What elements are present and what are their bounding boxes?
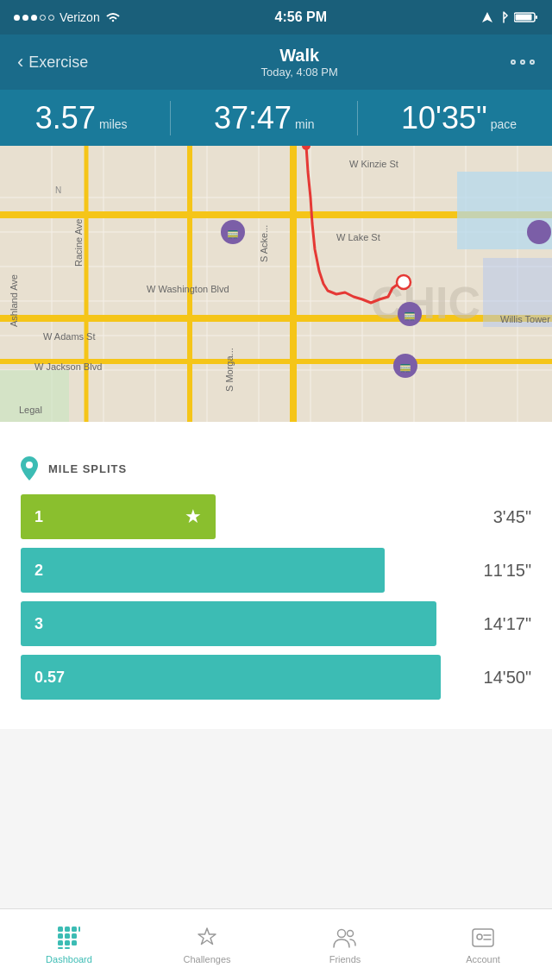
back-label: Exercise xyxy=(28,53,88,72)
svg-text:W Washington Blvd: W Washington Blvd xyxy=(147,284,229,294)
tab-dashboard[interactable]: Dashboard xyxy=(0,925,138,964)
distance-unit: miles xyxy=(99,117,128,131)
dashboard-icon xyxy=(56,925,82,951)
split-bar-4: 0.57 xyxy=(21,655,441,700)
section-header: MILE SPLITS xyxy=(21,439,531,494)
section-title: MILE SPLITS xyxy=(48,462,127,475)
signal-strength xyxy=(14,15,54,21)
map-svg: CHIC W Kinzie St W Lake St W Washington … xyxy=(0,146,552,422)
svg-rect-54 xyxy=(65,927,70,932)
splits-container: 1 ★ 3'45" 2 11'15" 3 14'17" xyxy=(21,494,531,729)
svg-point-66 xyxy=(348,931,354,937)
svg-rect-57 xyxy=(58,933,63,939)
svg-text:Willis Tower: Willis Tower xyxy=(500,314,550,324)
content-area: MILE SPLITS 1 ★ 3'45" 2 11'15" xyxy=(0,422,552,729)
svg-text:S Acke...: S Acke... xyxy=(259,225,269,262)
split-time-4: 14'50" xyxy=(454,668,531,688)
tab-friends-label: Friends xyxy=(329,954,361,964)
map-view[interactable]: CHIC W Kinzie St W Lake St W Washington … xyxy=(0,146,552,422)
svg-point-68 xyxy=(477,934,482,939)
split-label-4: 0.57 xyxy=(34,669,65,687)
svg-rect-60 xyxy=(58,940,63,945)
status-bar: Verizon 4:56 PM xyxy=(0,0,552,35)
more-button[interactable] xyxy=(511,60,535,65)
svg-text:W Jackson Blvd: W Jackson Blvd xyxy=(34,361,102,372)
svg-point-52 xyxy=(26,462,33,468)
split-row-3: 3 14'17" xyxy=(21,601,531,646)
signal-dot-5 xyxy=(48,15,54,21)
svg-marker-0 xyxy=(482,12,492,22)
svg-rect-61 xyxy=(65,940,70,945)
svg-rect-55 xyxy=(72,927,77,932)
signal-dot-3 xyxy=(31,15,37,21)
pin-icon xyxy=(21,456,38,481)
svg-text:Racine Ave: Racine Ave xyxy=(73,219,84,267)
tab-dashboard-label: Dashboard xyxy=(46,954,92,964)
status-time: 4:56 PM xyxy=(275,9,327,25)
challenges-icon xyxy=(194,925,220,951)
back-chevron-icon: ‹ xyxy=(17,51,23,73)
status-right xyxy=(481,10,538,24)
svg-rect-2 xyxy=(536,16,537,19)
svg-text:🚃: 🚃 xyxy=(227,227,239,239)
signal-dot-4 xyxy=(40,15,46,21)
location-icon xyxy=(481,11,493,23)
battery-icon xyxy=(514,11,538,23)
svg-rect-64 xyxy=(65,947,70,949)
stats-bar: 3.57 miles 37:47 min 10'35" pace xyxy=(0,90,552,146)
nav-subtitle: Today, 4:08 PM xyxy=(260,66,337,79)
duration-value: 37:47 xyxy=(214,103,292,134)
svg-rect-59 xyxy=(72,933,77,939)
tab-account[interactable]: Account xyxy=(414,925,552,964)
split-bar-2: 2 xyxy=(21,548,385,593)
distance-value: 3.57 xyxy=(35,103,96,134)
stat-divider-2 xyxy=(357,101,358,135)
stat-pace: 10'35" pace xyxy=(401,103,517,134)
tab-bar: Dashboard Challenges Friends Account xyxy=(0,908,552,980)
svg-rect-53 xyxy=(58,927,63,932)
svg-rect-62 xyxy=(72,940,77,945)
svg-rect-56 xyxy=(78,927,80,932)
stat-distance: 3.57 miles xyxy=(35,103,128,134)
tab-friends[interactable]: Friends xyxy=(276,925,414,964)
svg-point-49 xyxy=(527,220,551,244)
svg-point-65 xyxy=(338,930,346,938)
split-bar-1: 1 ★ xyxy=(21,494,216,539)
svg-text:🚃: 🚃 xyxy=(404,309,416,321)
split-bar-wrapper-1: 1 ★ xyxy=(21,494,454,539)
more-dot-2 xyxy=(520,60,525,65)
status-left: Verizon xyxy=(14,10,121,24)
duration-unit: min xyxy=(295,117,315,131)
split-row-2: 2 11'15" xyxy=(21,548,531,593)
split-row-4: 0.57 14'50" xyxy=(21,655,531,700)
pace-unit: pace xyxy=(491,117,517,131)
nav-center: Walk Today, 4:08 PM xyxy=(260,46,337,79)
split-label-1: 1 xyxy=(34,508,43,526)
wifi-icon xyxy=(105,11,121,23)
svg-point-50 xyxy=(397,275,411,289)
svg-text:W Adams St: W Adams St xyxy=(43,331,96,342)
svg-text:W Kinzie St: W Kinzie St xyxy=(349,159,398,169)
svg-rect-63 xyxy=(58,947,63,949)
split-label-2: 2 xyxy=(34,562,43,580)
back-button[interactable]: ‹ Exercise xyxy=(17,51,88,73)
star-icon-1: ★ xyxy=(185,506,202,528)
split-bar-wrapper-4: 0.57 xyxy=(21,655,454,700)
split-label-3: 3 xyxy=(34,615,43,633)
split-time-3: 14'17" xyxy=(454,614,531,634)
signal-dot-2 xyxy=(22,15,28,21)
account-icon xyxy=(470,925,496,951)
tab-challenges-label: Challenges xyxy=(183,954,230,964)
nav-title: Walk xyxy=(260,46,337,66)
friends-icon xyxy=(332,925,358,951)
svg-text:W Lake St: W Lake St xyxy=(336,232,380,242)
svg-rect-3 xyxy=(515,15,531,21)
carrier-label: Verizon xyxy=(60,10,100,24)
svg-text:N: N xyxy=(55,185,61,195)
svg-text:Ashland Ave: Ashland Ave xyxy=(9,274,19,327)
svg-text:S Morga...: S Morga... xyxy=(224,348,235,392)
tab-challenges[interactable]: Challenges xyxy=(138,925,276,964)
split-row-1: 1 ★ 3'45" xyxy=(21,494,531,539)
split-bar-wrapper-2: 2 xyxy=(21,548,454,593)
split-bar-wrapper-3: 3 xyxy=(21,601,454,646)
